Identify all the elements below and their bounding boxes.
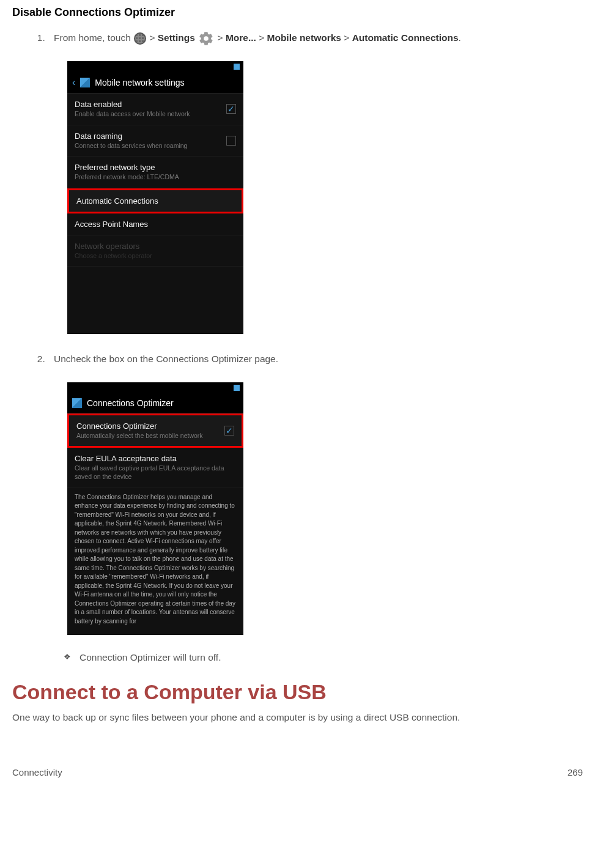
row-clear-eula[interactable]: Clear EULA acceptance data Clear all sav…	[67, 448, 243, 488]
info-text: The Connections Optimizer helps you mana…	[67, 488, 243, 626]
footer-page-number: 269	[567, 767, 583, 777]
apps-grid-icon	[134, 32, 146, 45]
row-title: Data roaming	[75, 132, 221, 141]
row-sub: Automatically select the best mobile net…	[76, 432, 220, 440]
row-title: Data enabled	[75, 100, 221, 109]
row-title: Access Point Names	[75, 220, 236, 229]
step1-sep-1: >	[149, 32, 157, 43]
status-icon	[234, 385, 240, 391]
row-title: Preferred network type	[75, 163, 236, 172]
row-title: Clear EULA acceptance data	[75, 454, 236, 463]
automatic-connections-label: Automatic Connections	[352, 32, 459, 43]
major-heading-usb: Connect to a Computer via USB	[12, 680, 583, 704]
step-1: From home, touch > Settings > More... > …	[48, 30, 583, 338]
header-title: Mobile network settings	[95, 78, 184, 87]
row-data-enabled[interactable]: Data enabled Enable data access over Mob…	[67, 94, 243, 125]
step-2-text: Uncheck the box on the Connections Optim…	[54, 351, 583, 367]
row-sub: Preferred network mode: LTE/CDMA	[75, 173, 236, 182]
row-sub: Clear all saved captive portal EULA acce…	[75, 464, 236, 481]
screenshot-2: Connections Optimizer Connections Optimi…	[64, 379, 247, 639]
step1-period: .	[459, 32, 461, 43]
step-1-text: From home, touch > Settings > More... > …	[54, 30, 583, 46]
step1-sep-4: >	[344, 32, 352, 43]
status-icon	[234, 64, 240, 70]
info-text-wrap: The Connections Optimizer helps you mana…	[67, 488, 243, 635]
row-preferred-network[interactable]: Preferred network type Preferred network…	[67, 157, 243, 188]
checkbox-checked-icon[interactable]: ✓	[226, 104, 236, 114]
step1-sep-2: >	[218, 32, 226, 43]
checkbox-checked-icon[interactable]: ✓	[224, 426, 234, 436]
row-sub: Choose a network operator	[75, 252, 236, 261]
usb-paragraph: One way to back up or sync files between…	[12, 710, 583, 724]
row-sub: Connect to data services when roaming	[75, 142, 221, 150]
steps-list: From home, touch > Settings > More... > …	[48, 30, 583, 663]
step-2: Uncheck the box on the Connections Optim…	[48, 351, 583, 662]
page-footer: Connectivity 269	[12, 767, 583, 777]
row-title: Automatic Connections	[76, 196, 234, 206]
footer-section: Connectivity	[12, 767, 62, 777]
app-icon	[72, 398, 82, 408]
phone-screen-2: Connections Optimizer Connections Optimi…	[67, 382, 243, 635]
mobile-networks-label: Mobile networks	[267, 32, 341, 43]
checkbox-empty-icon[interactable]: ✓	[226, 136, 236, 146]
screen-filler	[67, 267, 243, 334]
row-automatic-connections[interactable]: Automatic Connections	[67, 188, 243, 213]
status-bar	[67, 382, 243, 393]
status-bar	[67, 61, 243, 72]
step1-prefix: From home, touch	[54, 32, 133, 43]
row-title: Network operators	[75, 242, 236, 251]
row-title: Connections Optimizer	[76, 421, 220, 431]
more-label: More...	[226, 32, 256, 43]
section-heading-disable: Disable Connections Optimizer	[12, 6, 583, 19]
signal-icon	[80, 78, 90, 87]
row-data-roaming[interactable]: Data roaming Connect to data services wh…	[67, 125, 243, 157]
screen-header: Connections Optimizer	[67, 393, 243, 414]
phone-screen-1: ‹ Mobile network settings Data enabled E…	[67, 61, 243, 335]
back-icon[interactable]: ‹	[72, 77, 75, 88]
step1-sep-3: >	[259, 32, 267, 43]
row-sub: Enable data access over Mobile network	[75, 110, 221, 119]
screen-header: ‹ Mobile network settings	[67, 72, 243, 94]
bullet-turn-off: Connection Optimizer will turn off.	[64, 652, 583, 663]
header-title: Connections Optimizer	[87, 398, 174, 408]
row-network-operators: Network operators Choose a network opera…	[67, 236, 243, 267]
row-connections-optimizer[interactable]: Connections Optimizer Automatically sele…	[67, 414, 243, 448]
gear-icon	[198, 31, 214, 46]
row-access-point-names[interactable]: Access Point Names	[67, 213, 243, 236]
sub-bullet-list: Connection Optimizer will turn off.	[64, 652, 583, 663]
screenshot-1: ‹ Mobile network settings Data enabled E…	[64, 57, 247, 338]
settings-label: Settings	[158, 32, 195, 43]
